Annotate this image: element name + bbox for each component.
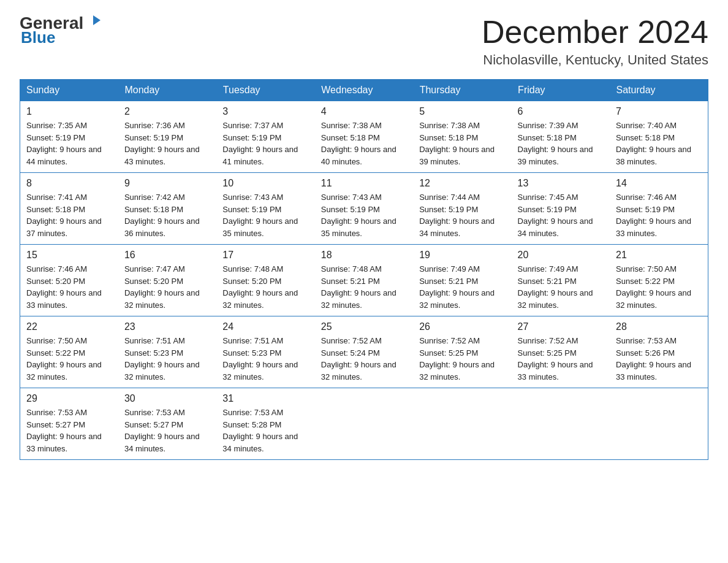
title-block: December 2024 Nicholasville, Kentucky, U… [482,15,708,68]
calendar-table: SundayMondayTuesdayWednesdayThursdayFrid… [20,79,708,460]
day-header-sunday: Sunday [20,80,118,101]
calendar-cell: 17 Sunrise: 7:48 AMSunset: 5:20 PMDaylig… [216,245,314,316]
day-number: 16 [124,250,210,261]
calendar-cell: 15 Sunrise: 7:46 AMSunset: 5:20 PMDaylig… [20,245,118,316]
svg-marker-0 [93,15,100,25]
day-info: Sunrise: 7:38 AMSunset: 5:18 PMDaylight:… [419,121,495,166]
day-number: 31 [222,393,308,404]
day-number: 26 [419,321,505,332]
day-info: Sunrise: 7:35 AMSunset: 5:19 PMDaylight:… [26,121,102,166]
day-info: Sunrise: 7:47 AMSunset: 5:20 PMDaylight:… [124,264,200,310]
calendar-cell: 13 Sunrise: 7:45 AMSunset: 5:19 PMDaylig… [512,173,610,245]
calendar-cell: 26 Sunrise: 7:52 AMSunset: 5:25 PMDaylig… [413,316,511,388]
calendar-cell: 23 Sunrise: 7:51 AMSunset: 5:23 PMDaylig… [118,316,216,388]
day-number: 29 [26,393,112,404]
logo: General Blue [20,15,102,45]
calendar-cell [610,388,708,460]
calendar-cell: 7 Sunrise: 7:40 AMSunset: 5:18 PMDayligh… [610,101,708,173]
day-info: Sunrise: 7:52 AMSunset: 5:24 PMDaylight:… [321,336,396,381]
day-info: Sunrise: 7:50 AMSunset: 5:22 PMDaylight:… [616,264,691,310]
month-title: December 2024 [482,15,708,50]
day-header-wednesday: Wednesday [315,80,413,101]
calendar-cell: 21 Sunrise: 7:50 AMSunset: 5:22 PMDaylig… [610,245,708,316]
day-number: 30 [124,393,210,404]
day-info: Sunrise: 7:40 AMSunset: 5:18 PMDaylight:… [616,121,691,166]
calendar-cell: 25 Sunrise: 7:52 AMSunset: 5:24 PMDaylig… [315,316,413,388]
calendar-week-row: 22 Sunrise: 7:50 AMSunset: 5:22 PMDaylig… [20,316,708,388]
day-number: 3 [222,106,308,117]
calendar-cell: 30 Sunrise: 7:53 AMSunset: 5:27 PMDaylig… [118,388,216,460]
calendar-cell: 4 Sunrise: 7:38 AMSunset: 5:18 PMDayligh… [315,101,413,173]
calendar-cell: 8 Sunrise: 7:41 AMSunset: 5:18 PMDayligh… [20,173,118,245]
page-header: General Blue December 2024 Nicholasville… [20,15,708,68]
day-info: Sunrise: 7:48 AMSunset: 5:21 PMDaylight:… [321,264,396,310]
calendar-cell: 5 Sunrise: 7:38 AMSunset: 5:18 PMDayligh… [413,101,511,173]
day-info: Sunrise: 7:48 AMSunset: 5:20 PMDaylight:… [222,264,298,310]
day-number: 7 [616,106,702,117]
day-number: 24 [222,321,308,332]
day-info: Sunrise: 7:42 AMSunset: 5:18 PMDaylight:… [124,193,200,238]
day-header-thursday: Thursday [413,80,511,101]
calendar-cell: 11 Sunrise: 7:43 AMSunset: 5:19 PMDaylig… [315,173,413,245]
day-info: Sunrise: 7:39 AMSunset: 5:18 PMDaylight:… [518,121,593,166]
logo-flag-icon [85,14,102,31]
day-header-tuesday: Tuesday [216,80,314,101]
day-info: Sunrise: 7:43 AMSunset: 5:19 PMDaylight:… [321,193,396,238]
calendar-cell: 18 Sunrise: 7:48 AMSunset: 5:21 PMDaylig… [315,245,413,316]
day-header-friday: Friday [512,80,610,101]
day-number: 20 [518,250,604,261]
logo-blue-text: Blue [21,28,55,47]
calendar-week-row: 15 Sunrise: 7:46 AMSunset: 5:20 PMDaylig… [20,245,708,316]
calendar-cell: 16 Sunrise: 7:47 AMSunset: 5:20 PMDaylig… [118,245,216,316]
calendar-cell [315,388,413,460]
day-number: 23 [124,321,210,332]
calendar-cell: 24 Sunrise: 7:51 AMSunset: 5:23 PMDaylig… [216,316,314,388]
day-number: 12 [419,178,505,189]
day-number: 4 [321,106,407,117]
calendar-cell: 1 Sunrise: 7:35 AMSunset: 5:19 PMDayligh… [20,101,118,173]
calendar-cell: 14 Sunrise: 7:46 AMSunset: 5:19 PMDaylig… [610,173,708,245]
day-info: Sunrise: 7:46 AMSunset: 5:19 PMDaylight:… [616,193,691,238]
calendar-cell: 12 Sunrise: 7:44 AMSunset: 5:19 PMDaylig… [413,173,511,245]
day-info: Sunrise: 7:41 AMSunset: 5:18 PMDaylight:… [26,193,102,238]
calendar-cell: 22 Sunrise: 7:50 AMSunset: 5:22 PMDaylig… [20,316,118,388]
day-number: 25 [321,321,407,332]
day-info: Sunrise: 7:45 AMSunset: 5:19 PMDaylight:… [518,193,593,238]
day-header-monday: Monday [118,80,216,101]
day-info: Sunrise: 7:50 AMSunset: 5:22 PMDaylight:… [26,336,102,381]
day-number: 10 [222,178,308,189]
day-number: 14 [616,178,702,189]
calendar-week-row: 8 Sunrise: 7:41 AMSunset: 5:18 PMDayligh… [20,173,708,245]
day-info: Sunrise: 7:38 AMSunset: 5:18 PMDaylight:… [321,121,396,166]
day-info: Sunrise: 7:46 AMSunset: 5:20 PMDaylight:… [26,264,102,310]
calendar-header-row: SundayMondayTuesdayWednesdayThursdayFrid… [20,80,708,101]
day-number: 1 [26,106,112,117]
day-number: 27 [518,321,604,332]
day-number: 11 [321,178,407,189]
calendar-cell: 31 Sunrise: 7:53 AMSunset: 5:28 PMDaylig… [216,388,314,460]
day-info: Sunrise: 7:52 AMSunset: 5:25 PMDaylight:… [518,336,593,381]
day-info: Sunrise: 7:53 AMSunset: 5:27 PMDaylight:… [124,408,200,453]
day-info: Sunrise: 7:52 AMSunset: 5:25 PMDaylight:… [419,336,495,381]
day-number: 22 [26,321,112,332]
calendar-cell: 20 Sunrise: 7:49 AMSunset: 5:21 PMDaylig… [512,245,610,316]
calendar-week-row: 1 Sunrise: 7:35 AMSunset: 5:19 PMDayligh… [20,101,708,173]
day-info: Sunrise: 7:53 AMSunset: 5:28 PMDaylight:… [222,408,298,453]
day-number: 5 [419,106,505,117]
day-number: 2 [124,106,210,117]
day-number: 9 [124,178,210,189]
day-number: 21 [616,250,702,261]
day-info: Sunrise: 7:44 AMSunset: 5:19 PMDaylight:… [419,193,495,238]
calendar-cell: 19 Sunrise: 7:49 AMSunset: 5:21 PMDaylig… [413,245,511,316]
calendar-cell: 10 Sunrise: 7:43 AMSunset: 5:19 PMDaylig… [216,173,314,245]
calendar-cell: 6 Sunrise: 7:39 AMSunset: 5:18 PMDayligh… [512,101,610,173]
calendar-cell [512,388,610,460]
calendar-cell: 9 Sunrise: 7:42 AMSunset: 5:18 PMDayligh… [118,173,216,245]
day-info: Sunrise: 7:51 AMSunset: 5:23 PMDaylight:… [222,336,298,381]
calendar-cell: 29 Sunrise: 7:53 AMSunset: 5:27 PMDaylig… [20,388,118,460]
calendar-cell: 2 Sunrise: 7:36 AMSunset: 5:19 PMDayligh… [118,101,216,173]
day-number: 8 [26,178,112,189]
calendar-cell: 28 Sunrise: 7:53 AMSunset: 5:26 PMDaylig… [610,316,708,388]
day-info: Sunrise: 7:43 AMSunset: 5:19 PMDaylight:… [222,193,298,238]
calendar-week-row: 29 Sunrise: 7:53 AMSunset: 5:27 PMDaylig… [20,388,708,460]
